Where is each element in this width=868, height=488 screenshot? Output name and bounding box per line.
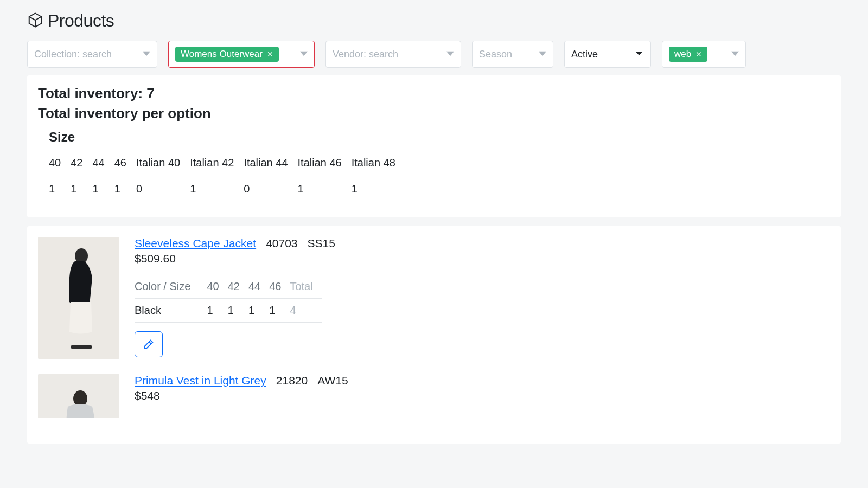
variant-qty-cell: 1 bbox=[248, 299, 269, 323]
collection-filter[interactable]: Collection: search bbox=[27, 41, 157, 68]
variant-total-header: Total bbox=[470, 412, 502, 418]
product-thumbnail[interactable] bbox=[38, 374, 119, 418]
variant-qty-cell: 1 bbox=[207, 299, 227, 323]
type-tag: Womens Outerwear ✕ bbox=[175, 47, 279, 62]
status-filter[interactable]: Active bbox=[564, 41, 651, 68]
size-value-cell: 1 bbox=[49, 176, 71, 202]
caret-down-icon bbox=[731, 49, 739, 60]
inventory-summary-card: Total inventory: 7 Total inventory per o… bbox=[27, 75, 841, 217]
product-name-link[interactable]: Sleeveless Cape Jacket bbox=[135, 237, 256, 250]
product-type-filter[interactable]: Womens Outerwear ✕ bbox=[168, 41, 315, 68]
variant-size-header: 40 bbox=[207, 275, 227, 299]
season-filter[interactable]: Season bbox=[472, 41, 553, 68]
variant-table: Color / SizeItalian 40Italian 42Italian … bbox=[135, 412, 502, 418]
vendor-placeholder: Vendor: search bbox=[333, 49, 398, 60]
caret-down-icon bbox=[143, 49, 150, 60]
size-header-cell: 44 bbox=[93, 150, 114, 176]
web-tag: web ✕ bbox=[669, 47, 707, 62]
tags-filter[interactable]: web ✕ bbox=[662, 41, 746, 68]
size-header-cell: Italian 46 bbox=[298, 150, 352, 176]
product-season: SS15 bbox=[308, 237, 335, 250]
product-card: Primula Vest in Light Grey 21820 AW15 $5… bbox=[38, 374, 830, 418]
size-value-cell: 1 bbox=[352, 176, 405, 202]
svg-rect-2 bbox=[71, 345, 92, 349]
size-value-cell: 0 bbox=[244, 176, 297, 202]
edit-product-button[interactable] bbox=[135, 331, 163, 357]
size-header-cell: Italian 48 bbox=[352, 150, 405, 176]
type-tag-label: Womens Outerwear bbox=[181, 49, 263, 60]
variant-total-header: Total bbox=[290, 275, 321, 299]
size-value-row: 111101011 bbox=[49, 176, 405, 202]
variant-qty-cell: 1 bbox=[269, 299, 290, 323]
variant-size-header: Italian 46 bbox=[365, 412, 418, 418]
web-tag-label: web bbox=[674, 49, 691, 60]
size-value-cell: 1 bbox=[114, 176, 136, 202]
size-value-cell: 0 bbox=[136, 176, 190, 202]
product-name-link[interactable]: Primula Vest in Light Grey bbox=[135, 374, 266, 387]
total-inventory-value: 7 bbox=[146, 85, 154, 101]
variant-size-header: Italian 40 bbox=[207, 412, 259, 418]
size-header-cell: 42 bbox=[71, 150, 92, 176]
product-list: Sleeveless Cape Jacket 40703 SS15 $509.6… bbox=[27, 226, 841, 444]
variant-color-cell: Black bbox=[135, 299, 207, 323]
product-card: Sleeveless Cape Jacket 40703 SS15 $509.6… bbox=[38, 237, 830, 359]
product-price: $509.60 bbox=[135, 252, 830, 265]
size-value-cell: 1 bbox=[190, 176, 244, 202]
product-sku: 40703 bbox=[266, 237, 297, 250]
page-header: Products bbox=[27, 11, 841, 31]
variant-size-header: Italian 42 bbox=[260, 412, 312, 418]
total-inventory-line: Total inventory: 7 bbox=[38, 85, 830, 102]
variant-size-header: Italian 48 bbox=[418, 412, 470, 418]
page-title: Products bbox=[48, 11, 114, 31]
variant-size-header: 46 bbox=[269, 275, 290, 299]
caret-down-icon bbox=[539, 49, 546, 60]
variant-row: Black11114 bbox=[135, 299, 322, 323]
size-header-cell: Italian 40 bbox=[136, 150, 190, 176]
variant-axis-label: Color / Size bbox=[135, 412, 207, 418]
variant-size-header: 42 bbox=[228, 275, 248, 299]
remove-web-tag-icon[interactable]: ✕ bbox=[695, 50, 702, 59]
variant-size-header: Italian 44 bbox=[312, 412, 365, 418]
filter-row: Collection: search Womens Outerwear ✕ Ve… bbox=[27, 41, 841, 68]
size-header-cell: Italian 44 bbox=[244, 150, 297, 176]
season-placeholder: Season bbox=[479, 49, 512, 60]
variant-header-row: Color / Size40424446Total bbox=[135, 275, 322, 299]
product-thumbnail[interactable] bbox=[38, 237, 119, 359]
variant-total-cell: 4 bbox=[290, 299, 321, 323]
size-header-cell: 40 bbox=[49, 150, 71, 176]
variant-size-header: 44 bbox=[248, 275, 269, 299]
collection-placeholder: Collection: search bbox=[34, 49, 112, 60]
svg-point-1 bbox=[75, 248, 88, 264]
variant-qty-cell: 1 bbox=[228, 299, 248, 323]
size-table: 40424446Italian 40Italian 42Italian 44It… bbox=[49, 150, 830, 202]
size-header-cell: Italian 42 bbox=[190, 150, 244, 176]
variant-table: Color / Size40424446Total Black11114 bbox=[135, 275, 322, 323]
caret-down-icon bbox=[300, 49, 308, 60]
remove-type-tag-icon[interactable]: ✕ bbox=[267, 50, 273, 59]
size-value-cell: 1 bbox=[71, 176, 92, 202]
size-header-cell: 46 bbox=[114, 150, 136, 176]
size-header-row: 40424446Italian 40Italian 42Italian 44It… bbox=[49, 150, 405, 176]
vendor-filter[interactable]: Vendor: search bbox=[326, 41, 461, 68]
variant-axis-label: Color / Size bbox=[135, 275, 207, 299]
caret-down-icon bbox=[446, 49, 454, 60]
size-value-cell: 1 bbox=[298, 176, 352, 202]
size-heading: Size bbox=[49, 130, 830, 145]
per-option-heading: Total inventory per option bbox=[38, 105, 830, 122]
product-sku: 21820 bbox=[276, 374, 308, 387]
total-inventory-label: Total inventory: bbox=[38, 85, 143, 101]
status-value: Active bbox=[571, 49, 598, 60]
product-price: $548 bbox=[135, 389, 830, 402]
variant-header-row: Color / SizeItalian 40Italian 42Italian … bbox=[135, 412, 502, 418]
chevron-down-icon bbox=[634, 48, 644, 61]
cube-icon bbox=[27, 12, 43, 30]
size-value-cell: 1 bbox=[93, 176, 114, 202]
product-season: AW15 bbox=[317, 374, 348, 387]
